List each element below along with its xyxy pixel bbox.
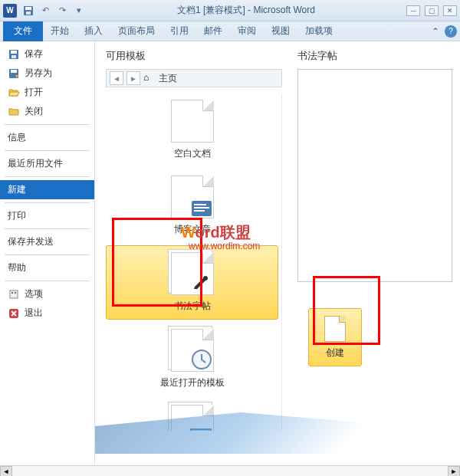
home-icon[interactable]: ⌂	[143, 72, 156, 84]
templates-title: 可用模板	[106, 49, 282, 63]
template-recent[interactable]: 最近打开的模板	[106, 323, 278, 396]
save-as-icon	[8, 67, 20, 80]
recent-icon	[171, 329, 214, 372]
minimize-button[interactable]: ─	[406, 5, 420, 16]
tab-page-layout[interactable]: 页面布局	[110, 21, 163, 41]
tab-addins[interactable]: 加载项	[297, 21, 340, 41]
svg-rect-4	[11, 51, 17, 54]
file-tab[interactable]: 文件	[3, 21, 43, 41]
options-icon	[8, 288, 20, 300]
qat-customize-icon[interactable]: ▾	[72, 4, 86, 18]
calligraphy-icon	[171, 252, 214, 295]
tab-home[interactable]: 开始	[43, 21, 77, 41]
sidebar-label: 退出	[25, 307, 43, 320]
qat-redo-icon[interactable]: ↷	[55, 4, 69, 18]
qat-undo-icon[interactable]: ↶	[38, 4, 52, 18]
scroll-left-button[interactable]: ◄	[0, 466, 12, 476]
maximize-button[interactable]: ▢	[425, 5, 439, 16]
close-folder-icon	[8, 106, 20, 118]
minimize-ribbon-icon[interactable]: ⌃	[429, 25, 442, 38]
sidebar-label: 新建	[8, 183, 26, 196]
scroll-track[interactable]	[12, 466, 448, 476]
breadcrumb-back-button[interactable]: ◄	[110, 71, 123, 85]
svg-rect-19	[192, 430, 210, 431]
create-button[interactable]: 创建	[308, 308, 362, 366]
sidebar-label: 最近所用文件	[8, 157, 63, 170]
sidebar-item-save-send[interactable]: 保存并发送	[0, 232, 94, 251]
blog-icon	[171, 176, 214, 218]
backstage-sidebar: 保存 另存为 打开 关闭 信息 最近所用文件 新建 打印 保存并发送 帮助 选项	[0, 41, 95, 465]
sidebar-item-help[interactable]: 帮助	[0, 258, 94, 277]
preview-pane	[297, 69, 452, 282]
template-label: 空白文档	[174, 147, 211, 160]
sidebar-item-options[interactable]: 选项	[0, 284, 94, 304]
template-list[interactable]: 空白文档 博客文章 书法字帖 最近打开的模板 样本模板	[106, 94, 282, 431]
template-sample[interactable]: 样本模板	[106, 399, 278, 431]
exit-icon	[8, 307, 20, 320]
sidebar-label: 信息	[8, 131, 26, 144]
sidebar-label: 打印	[8, 209, 26, 222]
preview-title: 书法字帖	[297, 49, 452, 63]
template-label: 博客文章	[174, 223, 211, 236]
breadcrumb: ◄ ► ⌂ 主页	[106, 69, 282, 87]
sidebar-item-open[interactable]: 打开	[0, 83, 94, 102]
tab-review[interactable]: 审阅	[230, 21, 264, 41]
sidebar-label: 帮助	[8, 261, 26, 274]
sidebar-label: 另存为	[25, 67, 52, 80]
tab-references[interactable]: 引用	[163, 21, 196, 41]
svg-rect-10	[15, 292, 16, 294]
sidebar-item-print[interactable]: 打印	[0, 206, 94, 225]
tab-insert[interactable]: 插入	[77, 21, 110, 41]
template-calligraphy[interactable]: 书法字帖	[106, 245, 278, 320]
sidebar-label: 保存并发送	[8, 235, 54, 248]
sidebar-item-info[interactable]: 信息	[0, 128, 94, 147]
tab-view[interactable]: 视图	[264, 21, 297, 41]
window-title: 文档1 [兼容模式] - Microsoft Word	[86, 4, 406, 17]
open-icon	[8, 87, 20, 99]
sidebar-label: 保存	[25, 48, 43, 61]
breadcrumb-text[interactable]: 主页	[159, 72, 177, 85]
help-icon[interactable]: ?	[445, 25, 457, 38]
sample-icon	[171, 405, 214, 431]
save-icon	[8, 48, 20, 61]
sidebar-item-save-as[interactable]: 另存为	[0, 64, 94, 83]
svg-rect-7	[11, 70, 17, 73]
sidebar-item-new[interactable]: 新建	[0, 180, 94, 199]
tab-mailings[interactable]: 邮件	[196, 21, 230, 41]
svg-rect-2	[26, 11, 31, 15]
sidebar-label: 选项	[25, 287, 43, 300]
sidebar-item-exit[interactable]: 退出	[0, 304, 94, 323]
svg-rect-5	[12, 55, 16, 58]
qat-save-icon[interactable]	[21, 4, 35, 18]
horizontal-scrollbar[interactable]: ◄ ►	[0, 465, 460, 476]
sidebar-item-recent[interactable]: 最近所用文件	[0, 154, 94, 173]
svg-point-16	[203, 276, 208, 281]
svg-rect-9	[12, 292, 13, 294]
app-icon: W	[3, 4, 17, 18]
create-doc-icon	[324, 316, 346, 342]
svg-rect-1	[25, 7, 31, 10]
sidebar-item-save[interactable]: 保存	[0, 44, 94, 64]
template-label: 书法字帖	[174, 300, 211, 313]
create-label: 创建	[326, 346, 344, 359]
svg-rect-8	[10, 291, 18, 298]
document-icon	[171, 100, 214, 143]
sidebar-label: 关闭	[25, 105, 43, 118]
svg-rect-14	[194, 207, 209, 208]
breadcrumb-forward-button[interactable]: ►	[127, 71, 140, 85]
scroll-right-button[interactable]: ►	[448, 466, 460, 476]
template-label: 最近打开的模板	[160, 376, 225, 389]
svg-rect-15	[194, 210, 205, 212]
sidebar-label: 打开	[25, 86, 43, 99]
template-blank-document[interactable]: 空白文档	[106, 94, 278, 166]
svg-rect-13	[194, 204, 206, 205]
template-blog-post[interactable]: 博客文章	[106, 169, 278, 242]
sidebar-item-close[interactable]: 关闭	[0, 102, 94, 121]
close-button[interactable]: ✕	[443, 5, 457, 16]
